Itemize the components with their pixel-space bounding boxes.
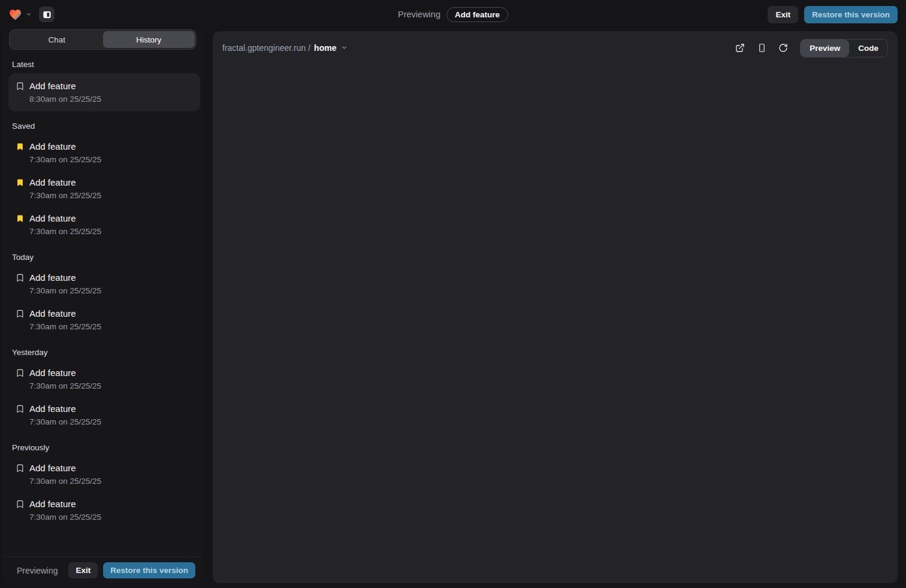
section-title-saved: Saved <box>12 122 192 131</box>
top-bar-left <box>8 7 55 22</box>
history-item[interactable]: Add feature 7:30am on 25/25/25 <box>2 361 201 397</box>
history-item-time: 7:30am on 25/25/25 <box>29 155 101 165</box>
refresh-icon <box>778 43 788 53</box>
history-item-text: Add feature 8:30am on 25/25/25 <box>29 80 101 104</box>
preview-url-page: home <box>314 43 336 53</box>
history-item-title: Add feature <box>29 272 101 283</box>
section-title-yesterday: Yesterday <box>12 348 192 357</box>
tab-code[interactable]: Code <box>849 40 887 57</box>
refresh-button[interactable] <box>776 41 790 55</box>
url-chevron-down-icon <box>341 43 348 53</box>
history-item-title: Add feature <box>29 308 101 319</box>
previewing-status-label: Previewing <box>17 566 58 575</box>
history-item-title: Add feature <box>29 141 101 152</box>
history-item-time: 8:30am on 25/25/25 <box>29 95 101 104</box>
history-item[interactable]: Add feature 7:30am on 25/25/25 <box>2 135 201 171</box>
history-item-time: 7:30am on 25/25/25 <box>29 286 101 296</box>
history-item-text: Add feature 7:30am on 25/25/25 <box>29 177 101 201</box>
bookmark-outline-icon <box>16 368 25 378</box>
bookmark-filled-icon <box>16 178 25 187</box>
open-in-new-tab-button[interactable] <box>733 41 747 55</box>
top-bar: Previewing Add feature Exit Restore this… <box>0 0 906 29</box>
history-item[interactable]: Add feature 7:30am on 25/25/25 <box>2 397 201 433</box>
history-item-text: Add feature 7:30am on 25/25/25 <box>29 308 101 332</box>
history-item-time: 7:30am on 25/25/25 <box>29 417 101 427</box>
footer-restore-version-button[interactable]: Restore this version <box>103 562 195 578</box>
history-item-selected[interactable]: Add feature 8:30am on 25/25/25 <box>8 73 200 111</box>
preview-panel: fractal.gptengineer.run / home <box>213 31 898 583</box>
smartphone-icon <box>757 43 766 53</box>
bookmark-outline-icon <box>16 463 25 473</box>
restore-version-button[interactable]: Restore this version <box>804 6 898 23</box>
top-bar-center: Previewing Add feature <box>398 0 508 29</box>
history-item-title: Add feature <box>29 80 101 92</box>
panel-left-icon <box>43 10 52 19</box>
preview-toolbar: fractal.gptengineer.run / home <box>213 31 898 57</box>
history-item-time: 7:30am on 25/25/25 <box>29 191 101 201</box>
bookmark-outline-icon <box>16 273 25 283</box>
bookmark-outline-icon <box>16 81 25 91</box>
history-item[interactable]: Add feature 7:30am on 25/25/25 <box>2 171 201 207</box>
app-root: Previewing Add feature Exit Restore this… <box>0 0 906 588</box>
section-title-previously: Previously <box>12 443 192 452</box>
previewing-label: Previewing <box>398 10 440 19</box>
history-item-title: Add feature <box>29 213 101 224</box>
view-mode-switch: Preview Code <box>800 39 888 57</box>
tab-preview[interactable]: Preview <box>801 40 849 57</box>
bookmark-filled-icon <box>16 142 25 151</box>
history-item-text: Add feature 7:30am on 25/25/25 <box>29 498 101 522</box>
history-item-text: Add feature 7:30am on 25/25/25 <box>29 141 101 165</box>
preview-viewport <box>213 57 898 583</box>
section-title-latest: Latest <box>12 60 192 69</box>
history-item-title: Add feature <box>29 367 101 378</box>
history-item-time: 7:30am on 25/25/25 <box>29 477 101 486</box>
history-item[interactable]: Add feature 7:30am on 25/25/25 <box>2 266 201 302</box>
history-item[interactable]: Add feature 7:30am on 25/25/25 <box>2 492 201 528</box>
history-item[interactable]: Add feature 7:30am on 25/25/25 <box>2 456 201 492</box>
sidebar-footer: Previewing Exit Restore this version <box>2 556 203 585</box>
mobile-view-button[interactable] <box>754 41 769 55</box>
exit-button[interactable]: Exit <box>768 6 798 23</box>
external-link-icon <box>735 43 745 53</box>
bookmark-outline-icon <box>16 404 25 414</box>
footer-exit-button[interactable]: Exit <box>68 562 98 578</box>
history-item-title: Add feature <box>29 498 101 510</box>
preview-actions: Preview Code <box>726 39 888 57</box>
tab-chat[interactable]: Chat <box>11 31 103 48</box>
logo-chevron-down-icon[interactable] <box>26 9 32 20</box>
sidebar-tabs: Chat History <box>9 29 197 50</box>
bookmark-outline-icon <box>16 499 25 509</box>
history-item-time: 7:30am on 25/25/25 <box>29 227 101 237</box>
sidebar-toggle-button[interactable] <box>39 7 55 22</box>
history-item-text: Add feature 7:30am on 25/25/25 <box>29 213 101 237</box>
history-item[interactable]: Add feature 7:30am on 25/25/25 <box>2 302 201 338</box>
preview-url-domain: fractal.gptengineer.run / <box>222 43 310 53</box>
history-item-text: Add feature 7:30am on 25/25/25 <box>29 462 101 486</box>
section-title-today: Today <box>12 253 192 262</box>
history-item-text: Add feature 7:30am on 25/25/25 <box>29 403 101 427</box>
history-item-text: Add feature 7:30am on 25/25/25 <box>29 367 101 391</box>
history-item-time: 7:30am on 25/25/25 <box>29 381 101 391</box>
bookmark-filled-icon <box>16 214 25 223</box>
history-sidebar: Chat History Latest Add feature 8:30am o… <box>2 28 203 585</box>
history-list: Latest Add feature 8:30am on 25/25/25 Sa… <box>2 50 203 556</box>
history-item-time: 7:30am on 25/25/25 <box>29 322 101 332</box>
lovable-heart-logo[interactable] <box>8 8 22 22</box>
top-bar-right: Exit Restore this version <box>768 6 898 23</box>
bookmark-outline-icon <box>16 309 25 319</box>
history-item-text: Add feature 7:30am on 25/25/25 <box>29 272 101 296</box>
history-item-title: Add feature <box>29 177 101 188</box>
version-pill[interactable]: Add feature <box>446 7 508 22</box>
history-item-title: Add feature <box>29 403 101 414</box>
history-item[interactable]: Add feature 7:30am on 25/25/25 <box>2 207 201 243</box>
history-item-title: Add feature <box>29 462 101 474</box>
preview-url-selector[interactable]: fractal.gptengineer.run / home <box>222 43 348 53</box>
history-item-time: 7:30am on 25/25/25 <box>29 513 101 522</box>
tab-history[interactable]: History <box>103 31 195 48</box>
